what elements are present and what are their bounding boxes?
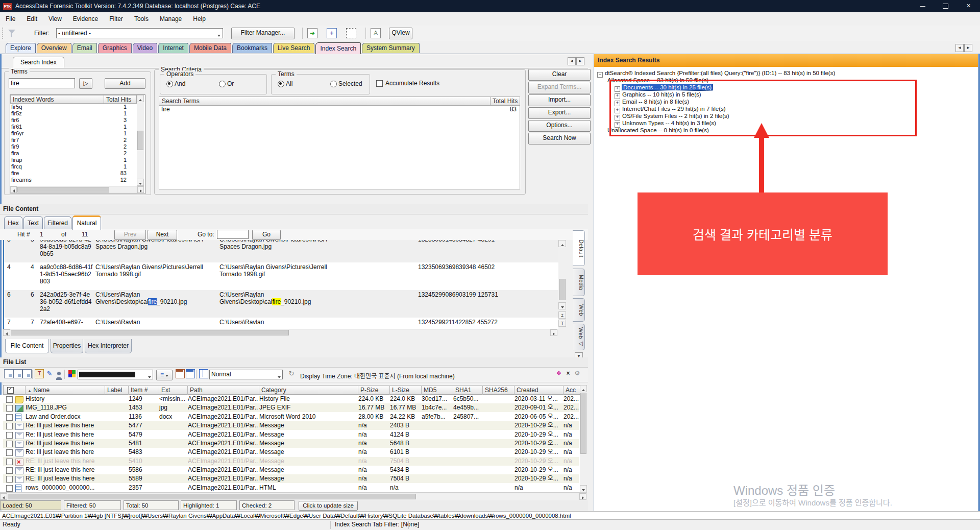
highlight-color-dropdown[interactable] — [78, 370, 153, 379]
tab-overview[interactable]: Overview — [37, 43, 71, 53]
col-indexed-words[interactable]: Indexed Words — [13, 96, 54, 103]
row-checkbox[interactable] — [6, 432, 13, 439]
list-item[interactable]: fircq1 — [11, 163, 127, 170]
terms-horizontal-scrollbar[interactable] — [10, 186, 144, 193]
table-row[interactable]: Re: Ill just leave this here5477ACEImage… — [3, 421, 579, 430]
list-item[interactable]: fir611 — [11, 124, 127, 130]
table-row[interactable]: Law and Order.docx1136docxACEImage2021.E… — [3, 413, 579, 421]
tab-text[interactable]: Text — [23, 216, 43, 229]
marquee-select-icon[interactable] — [346, 28, 356, 38]
row-checkbox[interactable] — [6, 449, 13, 456]
term-play-button[interactable]: ▷ — [79, 78, 92, 89]
table-row-deleted[interactable]: RE: Ill just leave this here5410ACEImage… — [3, 457, 579, 466]
menu-filter[interactable]: Filter — [104, 15, 129, 22]
bottom-tab-hex-interpreter[interactable]: Hex Interpreter — [85, 339, 132, 353]
export-file-icon[interactable]: ➔ — [307, 28, 317, 38]
menu-file[interactable]: File — [0, 15, 21, 22]
terms-selected-radio[interactable] — [330, 81, 337, 87]
side-tab-web-2[interactable]: Web ◁ — [573, 324, 585, 350]
col-sha1[interactable]: SHA1 — [453, 386, 471, 395]
hit-row[interactable]: 4 4 aa9c0c88-6d86-41f1-9d51-05aec96b2803… — [4, 262, 558, 290]
view-select[interactable]: Normal — [209, 370, 283, 379]
pan-move-icon[interactable]: + — [327, 28, 337, 38]
side-tab-media[interactable]: Media — [573, 269, 585, 296]
tab-natural[interactable]: Natural — [72, 215, 101, 230]
col-sha256[interactable]: SHA256 — [482, 386, 508, 395]
side-tab-default[interactable]: Default — [573, 230, 585, 266]
bottom-tab-properties[interactable]: Properties — [51, 339, 83, 353]
list-item[interactable]: fir63 — [11, 117, 127, 124]
col-total-hits[interactable]: Total Hits — [104, 95, 131, 104]
col-acc[interactable]: Acc — [563, 386, 576, 395]
search-term-row[interactable]: fire 83 — [159, 106, 520, 113]
table-row[interactable]: Re: Ill just leave this here5481ACEImage… — [3, 439, 579, 448]
search-terms-header[interactable]: Search Terms Total Hits — [159, 97, 520, 106]
menu-manage[interactable]: Manage — [154, 15, 187, 22]
filter-manager-button[interactable]: Filter Manager... — [231, 28, 295, 39]
table-row[interactable]: rows_0000000_000000...2357ACEImage2021.E… — [3, 484, 579, 492]
tab-scroll-left-icon[interactable]: ◄ — [955, 44, 964, 52]
col-md5[interactable]: MD5 — [421, 386, 436, 395]
table-row[interactable]: Re: Ill just leave this here5483ACEImage… — [3, 448, 579, 456]
maximize-button[interactable] — [934, 0, 957, 12]
column-settings-icon[interactable] — [199, 369, 208, 378]
list-item[interactable]: fira2 — [11, 150, 127, 157]
clear-button[interactable]: Clear — [528, 69, 591, 81]
menu-evidence[interactable]: Evidence — [67, 15, 104, 22]
tree-root[interactable]: −dtSearch® Indexed Search {Prefilter:(al… — [597, 70, 835, 78]
tab-live-search[interactable]: Live Search — [273, 43, 314, 53]
prev-hit-button[interactable]: Prev — [114, 230, 146, 240]
tab-filtered[interactable]: Filtered — [44, 216, 71, 229]
minimize-button[interactable] — [911, 0, 934, 12]
terms-all-radio[interactable] — [278, 81, 284, 87]
table-row[interactable]: IMG_1118.JPG1453jpgACEImage2021.E01/Par.… — [3, 403, 579, 412]
list-item[interactable]: firap1 — [11, 157, 127, 163]
brush-highlight-icon[interactable]: ❖ — [554, 369, 564, 378]
qview-button[interactable]: QView — [389, 28, 412, 39]
tab-index-search[interactable]: Index Search — [315, 42, 361, 54]
file-content-vertical-scrollbar[interactable]: ± Ŧ — [558, 240, 566, 336]
term-input[interactable] — [9, 78, 75, 88]
tab-video[interactable]: Video — [133, 43, 157, 53]
settings-gear-icon[interactable]: ⚙ — [573, 369, 582, 378]
col-path[interactable]: Path — [187, 386, 203, 395]
label-icon[interactable]: T — [35, 369, 44, 378]
row-checkbox[interactable] — [6, 423, 13, 429]
calendar-brown-icon[interactable] — [176, 369, 185, 378]
bottom-tab-file-content[interactable]: File Content — [5, 339, 49, 353]
update-size-button[interactable]: Click to update size — [299, 501, 358, 511]
header-checkbox[interactable]: ✓ — [7, 387, 14, 394]
filter-dropdown[interactable]: - unfiltered - — [56, 28, 223, 38]
hit-row[interactable]: 7 7 72afe408-e697- C:\Users\Ravlan C:\Us… — [4, 318, 558, 329]
export-button[interactable]: Export... — [528, 107, 591, 119]
check-all-icon[interactable] — [4, 369, 13, 378]
table-row[interactable]: RE: Ill just leave this here5586ACEImage… — [3, 466, 579, 474]
table-row[interactable]: History1249<missin...ACEImage2021.E01/Pa… — [3, 395, 579, 403]
view-mode-icon[interactable]: ≡ — [156, 370, 173, 380]
tab-bookmarks[interactable]: Bookmarks — [232, 43, 272, 53]
row-checkbox[interactable] — [6, 485, 13, 492]
row-checkbox[interactable] — [6, 476, 13, 483]
table-row[interactable]: Re: Ill just leave this here5479ACEImage… — [3, 430, 579, 439]
side-tab-web[interactable]: Web — [573, 298, 585, 322]
list-item[interactable]: fir5z1 — [11, 110, 127, 117]
tab-graphics[interactable]: Graphics — [98, 43, 132, 53]
prev-hit-scroll-icon[interactable]: ± — [558, 311, 566, 319]
menu-help[interactable]: Help — [187, 15, 211, 22]
col-ext[interactable]: Ext — [159, 386, 170, 395]
row-checkbox[interactable] — [6, 396, 13, 403]
indexed-words-header[interactable]: Indexed Words Total Hits — [10, 95, 137, 104]
file-content-horizontal-scrollbar[interactable] — [3, 329, 557, 336]
col-psize[interactable]: P-Size — [358, 386, 378, 395]
row-checkbox[interactable] — [6, 459, 13, 465]
expand-terms-button[interactable]: Expand Terms... — [528, 82, 591, 93]
subtab-scroll-left-icon[interactable]: ◄ — [568, 57, 576, 65]
operator-or-radio[interactable] — [219, 81, 226, 87]
refresh-icon[interactable]: ↻ — [287, 369, 296, 378]
tab-internet[interactable]: Internet — [158, 43, 188, 53]
search-now-button[interactable]: Search Now — [528, 133, 591, 144]
hit-row[interactable]: 6 6 242a0d25-3e7f-4e36-b052-d6f1efdd42a2… — [4, 290, 558, 318]
col-category[interactable]: Category — [259, 386, 286, 395]
tab-system-summary[interactable]: System Summary — [362, 43, 420, 53]
list-item[interactable]: fir5q1 — [11, 104, 127, 110]
